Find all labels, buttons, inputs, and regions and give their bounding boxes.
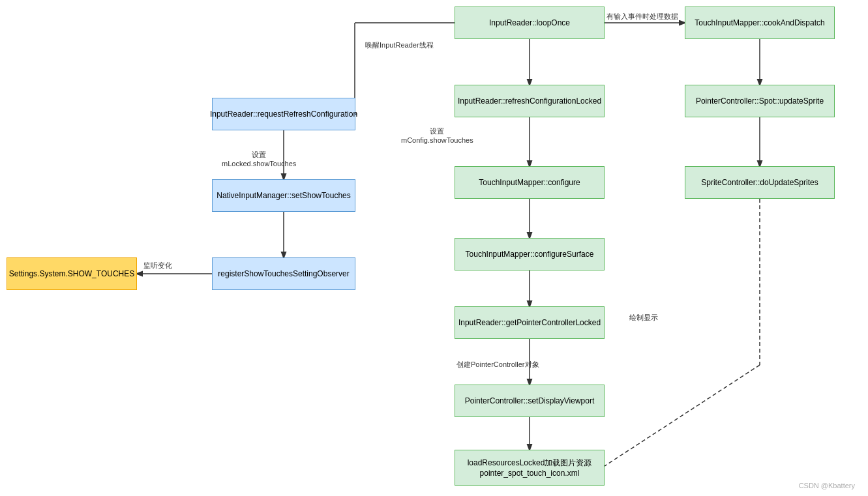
svg-line-17 — [605, 365, 760, 466]
node-updateSprite: PointerController::Spot::updateSprite — [685, 85, 835, 117]
node-doUpdateSprites: SpriteController::doUpdateSprites — [685, 166, 835, 199]
node-loopOnce: InputReader::loopOnce — [455, 7, 605, 39]
node-requestRefresh: InputReader::requestRefreshConfiguration — [212, 98, 355, 130]
label-wakeThread: 唤醒InputReader线程 — [365, 40, 434, 50]
node-registerObserver: registerShowTouchesSettingObserver — [212, 257, 355, 290]
node-configureSurface: TouchInputMapper::configureSurface — [455, 238, 605, 270]
node-loadResources: loadResourcesLocked加载图片资源 pointer_spot_t… — [455, 450, 605, 486]
arrows-svg — [0, 0, 868, 496]
node-showTouches: Settings.System.SHOW_TOUCHES — [7, 257, 137, 290]
label-setMLocked: 设置 mLocked.showTouches — [222, 142, 296, 168]
diagram-container: InputReader::loopOnce TouchInputMapper::… — [0, 0, 868, 496]
node-setDisplayViewport: PointerController::setDisplayViewport — [455, 385, 605, 417]
node-refreshConfig: InputReader::refreshConfigurationLocked — [455, 85, 605, 117]
node-getPointerController: InputReader::getPointerControllerLocked — [455, 306, 605, 339]
label-drawDisplay: 绘制显示 — [629, 313, 658, 323]
label-createPointer: 创建PointerController对象 — [456, 360, 539, 370]
watermark: CSDN @Kbattery — [799, 482, 855, 489]
label-setMConfig: 设置 mConfig.showTouches — [401, 119, 473, 144]
label-listenChange: 监听变化 — [143, 261, 172, 270]
node-configure: TouchInputMapper::configure — [455, 166, 605, 199]
label-hasInput: 有输入事件时处理数据 — [606, 12, 678, 22]
node-cookAndDispatch: TouchInputMapper::cookAndDispatch — [685, 7, 835, 39]
node-setShowTouches: NativeInputManager::setShowTouches — [212, 179, 355, 212]
